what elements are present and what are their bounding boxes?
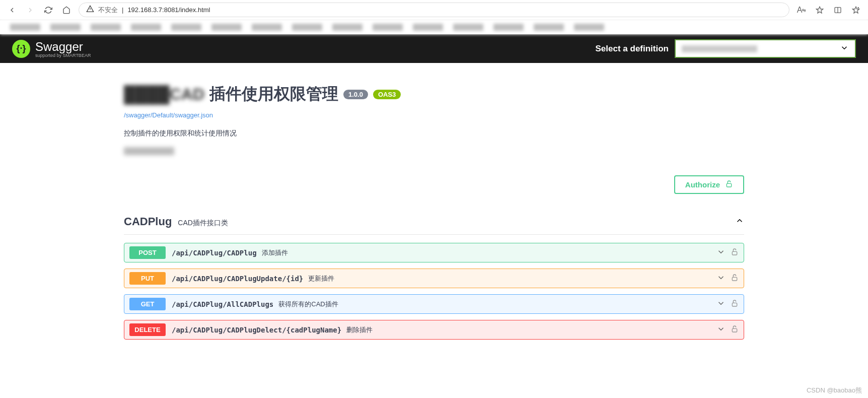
- version-badge: 1.0.0: [343, 90, 368, 99]
- swagger-logo: {·} Swagger supported by SMARTBEAR: [12, 40, 91, 58]
- main-content: ████CAD 插件使用权限管理 1.0.0 OAS3 /swagger/Def…: [112, 63, 756, 366]
- api-title: 插件使用权限管理: [209, 83, 338, 105]
- collections-button[interactable]: [850, 4, 862, 16]
- svg-rect-4: [732, 303, 737, 306]
- definition-value: [682, 45, 757, 52]
- endpoint-path: /api/CADPlug/AllCADPlugs: [172, 300, 273, 308]
- swagger-header: {·} Swagger supported by SMARTBEAR Selec…: [0, 34, 868, 63]
- lock-icon[interactable]: [731, 325, 739, 335]
- chevron-down-icon: [716, 299, 726, 310]
- home-button[interactable]: [60, 4, 73, 16]
- api-title-row: ████CAD 插件使用权限管理 1.0.0 OAS3: [124, 83, 744, 105]
- chevron-down-icon: [840, 43, 849, 54]
- swagger-icon: {·}: [12, 40, 30, 58]
- url-bar[interactable]: 不安全 | 192.168.3.7:8081/index.html: [79, 3, 789, 17]
- oas-badge: OAS3: [373, 90, 401, 99]
- section-header[interactable]: CADPlug CAD插件接口类: [124, 209, 744, 235]
- browser-chrome: 不安全 | 192.168.3.7:8081/index.html A⇆: [0, 0, 868, 20]
- svg-rect-1: [727, 183, 731, 187]
- blurred-text: [124, 147, 174, 155]
- method-badge: POST: [129, 246, 166, 259]
- endpoint-path: /api/CADPlug/CADPlug: [172, 249, 257, 257]
- authorize-button[interactable]: Authorize: [674, 175, 744, 194]
- brand-subtitle: supported by SMARTBEAR: [35, 53, 91, 58]
- endpoint-path: /api/CADPlug/CADPlugDelect/{cadPlugName}: [172, 326, 341, 334]
- lock-icon[interactable]: [731, 248, 739, 258]
- lock-icon[interactable]: [731, 299, 739, 309]
- endpoint-put[interactable]: PUT /api/CADPlug/CADPlugUpdate/{id} 更新插件: [124, 269, 744, 288]
- url-text: 192.168.3.7:8081/index.html: [127, 6, 210, 14]
- api-description: 控制插件的使用权限和统计使用情况: [124, 129, 744, 138]
- section-name: CADPlug: [124, 215, 172, 228]
- definition-select: Select a definition: [596, 39, 856, 58]
- svg-rect-3: [732, 277, 737, 281]
- svg-rect-2: [732, 251, 737, 255]
- method-badge: PUT: [129, 272, 166, 285]
- definition-label: Select a definition: [596, 44, 669, 54]
- endpoints-list: POST /api/CADPlug/CADPlug 添加插件 PUT /api/…: [124, 243, 744, 340]
- endpoint-desc: 获得所有的CAD插件: [278, 300, 716, 309]
- refresh-button[interactable]: [42, 4, 54, 16]
- method-badge: GET: [129, 298, 166, 310]
- endpoint-path: /api/CADPlug/CADPlugUpdate/{id}: [172, 275, 303, 283]
- brand-name: Swagger: [35, 40, 83, 53]
- definition-dropdown[interactable]: [675, 39, 856, 58]
- chevron-down-icon: [716, 324, 726, 336]
- endpoint-post[interactable]: POST /api/CADPlug/CADPlug 添加插件: [124, 243, 744, 262]
- favorite-button[interactable]: [814, 4, 826, 16]
- security-label: 不安全: [98, 6, 118, 15]
- endpoint-get[interactable]: GET /api/CADPlug/AllCADPlugs 获得所有的CAD插件: [124, 294, 744, 314]
- svg-rect-5: [732, 328, 737, 332]
- chevron-down-icon: [716, 273, 726, 284]
- forward-button: [24, 4, 36, 16]
- chevron-down-icon: [716, 247, 726, 258]
- endpoint-desc: 添加插件: [262, 248, 716, 257]
- swagger-json-link[interactable]: /swagger/Default/swagger.json: [124, 111, 744, 119]
- endpoint-desc: 删除插件: [346, 325, 716, 335]
- lock-open-icon: [725, 180, 733, 189]
- bookmarks-bar: [0, 20, 868, 34]
- split-button[interactable]: [832, 4, 844, 16]
- method-badge: DELETE: [129, 323, 166, 336]
- endpoint-delete[interactable]: DELETE /api/CADPlug/CADPlugDelect/{cadPl…: [124, 320, 744, 340]
- endpoint-desc: 更新插件: [308, 274, 716, 283]
- back-button[interactable]: [6, 4, 18, 16]
- api-title-blur: ████CAD: [124, 85, 204, 104]
- lock-icon[interactable]: [731, 274, 739, 284]
- section-desc: CAD插件接口类: [178, 219, 228, 228]
- warning-icon: [86, 5, 94, 15]
- chevron-up-icon: [735, 216, 744, 227]
- text-size-button[interactable]: A⇆: [795, 4, 808, 16]
